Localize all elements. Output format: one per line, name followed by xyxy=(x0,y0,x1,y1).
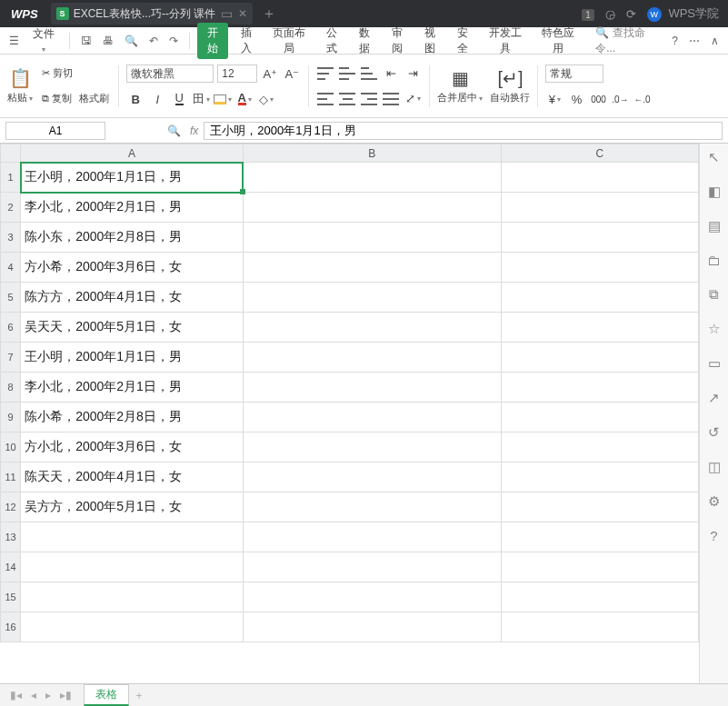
spreadsheet-grid[interactable]: A B C 1王小明，2000年1月1日，男2李小北，2000年2月1日，男3陈… xyxy=(0,144,699,642)
row-header[interactable]: 5 xyxy=(1,283,21,313)
align-right-button[interactable] xyxy=(360,91,378,107)
protect-icon[interactable]: ▭ xyxy=(708,355,721,372)
sync-icon[interactable]: ⟳ xyxy=(621,7,642,21)
indent-right-button[interactable]: ⇥ xyxy=(404,65,422,82)
cell[interactable] xyxy=(243,522,501,552)
row-header[interactable]: 1 xyxy=(1,163,21,193)
tab-insert[interactable]: 插入 xyxy=(232,23,261,59)
preview-icon[interactable]: 🔍 xyxy=(121,35,142,47)
save-icon[interactable]: 🖫 xyxy=(77,35,95,47)
cell[interactable] xyxy=(501,343,698,373)
font-size-select[interactable] xyxy=(217,65,257,83)
clear-format-button[interactable]: ◇ xyxy=(257,91,275,107)
number-format-select[interactable] xyxy=(545,65,603,83)
cell[interactable] xyxy=(243,462,501,492)
sheet-nav-prev[interactable]: ◂ xyxy=(26,689,41,701)
cut-button[interactable]: ✂剪切 xyxy=(40,65,111,81)
row-header[interactable]: 7 xyxy=(1,343,21,373)
cell[interactable] xyxy=(243,283,501,313)
notification-badge[interactable]: 1 xyxy=(576,7,600,21)
share-icon[interactable]: ↗ xyxy=(708,390,720,406)
tab-security[interactable]: 安全 xyxy=(448,23,477,59)
cell[interactable] xyxy=(501,313,698,343)
style-panel-icon[interactable]: ▤ xyxy=(708,218,721,234)
cell[interactable] xyxy=(501,522,698,552)
sheet-nav-last[interactable]: ▸▮ xyxy=(55,689,76,701)
row-header[interactable]: 3 xyxy=(1,223,21,253)
border-button[interactable]: 田 xyxy=(192,91,210,107)
favorite-icon[interactable]: ☆ xyxy=(708,321,720,337)
align-center-button[interactable] xyxy=(338,91,356,107)
collapse-ribbon-icon[interactable]: ∧ xyxy=(707,35,723,47)
increase-font-icon[interactable]: A⁺ xyxy=(261,65,279,82)
paste-button[interactable]: 📋 粘贴 xyxy=(4,65,36,106)
cell[interactable]: 陈方方，2000年4月1日，女 xyxy=(21,283,244,313)
cell[interactable]: 王小明，2000年1月1日，男 xyxy=(21,163,244,193)
backup-icon[interactable]: 🗀 xyxy=(707,253,721,268)
cell[interactable] xyxy=(501,373,698,403)
more-icon[interactable]: ⋯ xyxy=(685,35,703,47)
row-header[interactable]: 9 xyxy=(1,403,21,433)
align-bottom-button[interactable] xyxy=(360,65,378,82)
tab-formula[interactable]: 公式 xyxy=(317,23,346,59)
tab-close-icon[interactable]: ✕ xyxy=(238,7,247,20)
merge-center-button[interactable]: ▦ 合并居中 xyxy=(434,65,486,106)
tab-start[interactable]: 开始 xyxy=(197,23,228,59)
cell[interactable] xyxy=(243,582,501,612)
row-header[interactable]: 6 xyxy=(1,313,21,343)
sheet-tab[interactable]: 表格 xyxy=(84,684,129,706)
formula-input[interactable] xyxy=(204,122,723,140)
tab-devtools[interactable]: 开发工具 xyxy=(481,23,530,59)
italic-button[interactable]: I xyxy=(148,91,166,107)
cell[interactable]: 王小明，2000年1月1日，男 xyxy=(21,343,244,373)
history-icon[interactable]: ↺ xyxy=(708,424,720,441)
cell[interactable] xyxy=(501,582,698,612)
cell[interactable] xyxy=(501,492,698,522)
cell[interactable] xyxy=(21,552,244,582)
percent-button[interactable]: % xyxy=(567,91,585,107)
cell[interactable] xyxy=(501,163,698,193)
align-top-button[interactable] xyxy=(316,65,334,82)
cell[interactable] xyxy=(243,433,501,462)
cell[interactable]: 陈天天，2000年4月1日，女 xyxy=(21,462,244,492)
cell[interactable] xyxy=(243,223,501,253)
font-name-select[interactable] xyxy=(126,65,214,83)
tab-special[interactable]: 特色应用 xyxy=(534,23,583,59)
row-header[interactable]: 14 xyxy=(1,552,21,582)
col-header-c[interactable]: C xyxy=(501,144,698,163)
sheet-nav-next[interactable]: ▸ xyxy=(41,689,55,701)
undo-icon[interactable]: ↶ xyxy=(145,35,162,47)
analysis-icon[interactable]: ⧉ xyxy=(709,286,719,303)
row-header[interactable]: 13 xyxy=(1,522,21,552)
decrease-decimal-button[interactable]: ←.0 xyxy=(633,91,651,107)
row-header[interactable]: 8 xyxy=(1,373,21,403)
document-tab[interactable]: S EXCEL表格快...巧--分列 课件 ▭ ✕ xyxy=(51,3,254,25)
cell[interactable] xyxy=(243,403,501,433)
fx-icon[interactable]: fx xyxy=(184,124,204,137)
select-all-corner[interactable] xyxy=(1,144,21,163)
lookup-icon[interactable]: 🔍 xyxy=(164,124,184,137)
cell[interactable] xyxy=(501,462,698,492)
file-menu[interactable]: 文件 ▾ xyxy=(26,24,62,57)
cell[interactable] xyxy=(243,492,501,522)
bold-button[interactable]: B xyxy=(126,91,145,107)
cell[interactable] xyxy=(243,313,501,343)
row-header[interactable]: 15 xyxy=(1,582,21,612)
cell[interactable] xyxy=(501,223,698,253)
name-box[interactable] xyxy=(5,122,105,140)
font-color-button[interactable]: A xyxy=(235,91,254,107)
justify-button[interactable] xyxy=(382,91,400,107)
menu-icon[interactable]: ☰ xyxy=(5,35,23,47)
cell[interactable] xyxy=(243,193,501,223)
cell[interactable] xyxy=(501,193,698,223)
tab-data[interactable]: 数据 xyxy=(350,23,379,59)
cell[interactable] xyxy=(243,253,501,283)
align-left-button[interactable] xyxy=(316,91,334,107)
account-label[interactable]: W WPS学院 xyxy=(642,5,724,22)
cell[interactable] xyxy=(243,163,501,193)
format-painter-button[interactable]: 格式刷 xyxy=(77,91,111,106)
wrap-text-button[interactable]: [↵] 自动换行 xyxy=(486,65,534,106)
cell[interactable] xyxy=(243,612,501,642)
properties-panel-icon[interactable]: ◧ xyxy=(708,184,721,200)
row-header[interactable]: 12 xyxy=(1,492,21,522)
